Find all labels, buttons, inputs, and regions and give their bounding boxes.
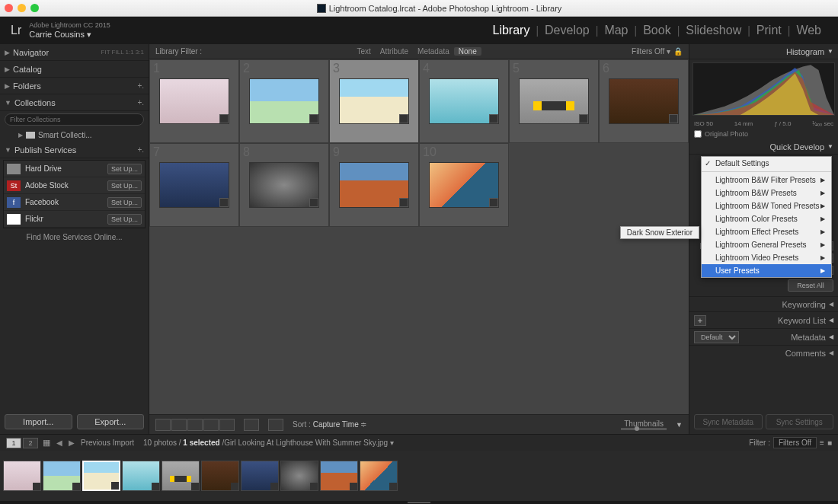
filmstrip-thumb[interactable] — [201, 461, 239, 491]
preset-submenu-item[interactable]: Dark Snow Exterior — [620, 226, 699, 239]
thumbnail[interactable] — [159, 162, 229, 208]
original-photo-checkbox[interactable]: Original Photo — [689, 129, 838, 139]
metadata-preset-dropdown[interactable]: Default — [694, 331, 739, 343]
filter-status-dropdown[interactable]: Filters Off ▾ — [632, 47, 670, 56]
publish-service-flickr[interactable]: ••FlickrSet Up... — [4, 211, 145, 228]
grid-cell[interactable]: 8 — [239, 143, 329, 227]
publish-service-hard-drive[interactable]: Hard DriveSet Up... — [4, 161, 145, 177]
preset-menu-item[interactable]: Lightroom B&W Filter Presets▶ — [702, 174, 831, 187]
filmstrip-thumb[interactable] — [3, 461, 41, 491]
thumbnail-badge[interactable] — [669, 114, 678, 123]
sort-direction-icon[interactable] — [268, 419, 283, 431]
module-develop[interactable]: Develop — [539, 24, 596, 37]
module-map[interactable]: Map — [598, 24, 634, 37]
setup-button[interactable]: Set Up... — [107, 180, 142, 191]
find-more-services-link[interactable]: Find More Services Online... — [0, 230, 149, 244]
export-button[interactable]: Export... — [77, 414, 145, 429]
second-display-button[interactable]: 2 — [23, 438, 38, 448]
add-keyword-icon[interactable]: + — [694, 315, 706, 326]
people-view-icon[interactable] — [219, 419, 235, 431]
module-library[interactable]: Library — [487, 24, 536, 37]
thumbnail[interactable] — [249, 162, 319, 208]
thumbnail-badge[interactable] — [309, 198, 318, 207]
grid-cell[interactable]: 2 — [239, 59, 329, 143]
thumbnail[interactable] — [339, 78, 409, 124]
thumbnail[interactable] — [519, 78, 589, 124]
thumbnail-badge[interactable] — [231, 483, 238, 490]
thumbnail-badge[interactable] — [579, 114, 588, 123]
module-slideshow[interactable]: Slideshow — [680, 24, 747, 37]
thumbnail-badge[interactable] — [350, 483, 357, 490]
collections-header[interactable]: ▼ Collections +. — [0, 94, 149, 111]
navigator-header[interactable]: ▶ Navigator FIT FILL 1:1 3:1 — [0, 44, 149, 61]
filmstrip-thumb[interactable] — [122, 461, 160, 491]
thumbnail[interactable] — [249, 78, 319, 124]
nav-back-icon[interactable]: ◀ — [53, 439, 66, 447]
add-publish-icon[interactable]: +. — [137, 145, 144, 154]
thumbnail[interactable] — [339, 162, 409, 208]
filter-option-text[interactable]: Text — [352, 47, 375, 56]
filter-option-attribute[interactable]: Attribute — [376, 47, 413, 56]
sync-metadata-button[interactable]: Sync Metadata — [694, 414, 763, 429]
grid-cell[interactable]: 10 — [419, 143, 509, 227]
filmstrip-thumb[interactable] — [162, 461, 200, 491]
grid-cell[interactable]: 1 — [149, 59, 239, 143]
nav-forward-icon[interactable]: ▶ — [66, 439, 78, 447]
thumbnail-badge[interactable] — [489, 198, 498, 207]
preset-menu-item[interactable]: Lightroom B&W Presets▶ — [702, 187, 831, 199]
thumbnail-badge[interactable] — [399, 114, 408, 123]
thumbnail-badge[interactable] — [399, 198, 408, 207]
minimize-traffic-light[interactable] — [18, 4, 26, 12]
thumbnail-badge[interactable] — [309, 114, 318, 123]
thumbnail[interactable] — [609, 78, 679, 124]
metadata-header[interactable]: Default Metadata◀ — [689, 328, 838, 345]
thumbnail[interactable] — [429, 78, 499, 124]
thumbnail[interactable] — [159, 78, 229, 124]
sync-settings-button[interactable]: Sync Settings — [766, 414, 834, 429]
comments-header[interactable]: Comments◀ — [689, 345, 838, 360]
lock-icon[interactable]: 🔒 — [673, 47, 683, 56]
compare-view-icon[interactable] — [187, 419, 203, 431]
thumbnail-badge[interactable] — [389, 483, 397, 490]
setup-button[interactable]: Set Up... — [107, 164, 142, 174]
toolbar-menu-icon[interactable]: ▼ — [676, 421, 683, 429]
preset-menu-item[interactable]: Lightroom General Presets▶ — [702, 238, 831, 251]
preset-menu-item[interactable]: Lightroom Effect Presets▶ — [702, 225, 831, 238]
grid-cell[interactable]: 7 — [149, 143, 239, 227]
thumbnail-badge[interactable] — [219, 114, 229, 123]
thumbnail-badge[interactable] — [33, 483, 40, 490]
preset-menu-item-default[interactable]: ✓ Default Settings — [702, 157, 831, 170]
preset-menu-item[interactable]: User Presets▶ — [702, 264, 831, 277]
publish-services-header[interactable]: ▼ Publish Services +. — [0, 142, 149, 158]
filmstrip-thumb[interactable] — [241, 461, 279, 491]
setup-button[interactable]: Set Up... — [107, 197, 142, 208]
module-web[interactable]: Web — [790, 24, 827, 37]
thumbnail-badge[interactable] — [72, 483, 80, 490]
histogram-header[interactable]: Histogram▼ — [689, 44, 838, 59]
thumbnail[interactable] — [429, 162, 499, 208]
filmstrip-thumb[interactable] — [43, 461, 81, 491]
thumbnail-badge[interactable] — [489, 114, 498, 123]
thumbnail-badge[interactable] — [270, 483, 278, 490]
preset-menu-item[interactable]: Lightroom Color Presets▶ — [702, 212, 831, 225]
source-indicator[interactable]: Previous Import — [81, 439, 134, 447]
grid-cell[interactable]: 9 — [329, 143, 419, 227]
collections-search-input[interactable] — [5, 113, 144, 126]
add-collection-icon[interactable]: +. — [137, 98, 144, 107]
grid-nav-icon[interactable]: ▦ — [43, 438, 50, 448]
grid-cell[interactable]: 3 — [329, 59, 419, 143]
module-print[interactable]: Print — [750, 24, 788, 37]
filter-option-none[interactable]: None — [454, 47, 481, 56]
painter-icon[interactable] — [244, 419, 259, 431]
thumbnail-size-slider[interactable] — [621, 428, 667, 430]
preset-menu-item[interactable]: Lightroom B&W Toned Presets▶ — [702, 199, 831, 212]
publish-service-adobe-stock[interactable]: StAdobe StockSet Up... — [4, 177, 145, 194]
zoom-traffic-light[interactable] — [30, 4, 39, 12]
filmstrip-thumb[interactable] — [82, 461, 120, 491]
identity-plate[interactable]: Carrie Cousins ▾ — [29, 30, 110, 39]
keyword-list-header[interactable]: + Keyword List◀ — [689, 311, 838, 328]
thumbnail-badge[interactable] — [191, 483, 199, 490]
sort-dropdown[interactable]: Capture Time — [313, 420, 359, 429]
reset-all-button[interactable]: Reset All — [788, 279, 833, 292]
quick-develop-header[interactable]: Quick Develop▼ — [689, 139, 838, 155]
